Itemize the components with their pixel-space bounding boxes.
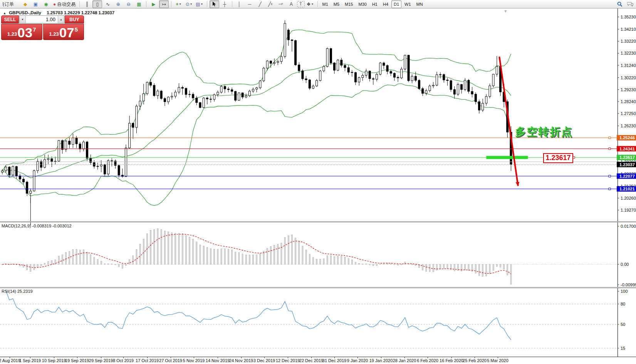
auto-scroll-button[interactable]: ▶	[149, 0, 158, 8]
market-watch-icon[interactable]: ▣	[31, 0, 40, 8]
date-label: 19 Sep 2019	[65, 358, 89, 363]
toolbar-separator	[171, 1, 171, 7]
crosshair-button[interactable]: ┼	[220, 0, 230, 8]
bollinger-middle	[2, 64, 511, 178]
zoom-in-button[interactable]: ⊕	[113, 0, 123, 8]
axis-price-box-label: 1.23617	[619, 155, 635, 160]
chart-title: ▲ GBPUSD-,Daily 1.25703 1.26229 1.22748 …	[3, 10, 114, 15]
date-label: 14 Nov 2019	[206, 358, 230, 363]
chat-button[interactable]	[625, 0, 635, 8]
rsi-axis-label: 15	[621, 346, 625, 351]
chevron-down-icon: ▼	[201, 3, 203, 5]
new-order-button[interactable]: 新订单	[1, 0, 20, 8]
date-axis[interactable]: 2 Aug 20191 Sep 201910 Sep 201919 Sep 20…	[0, 357, 636, 364]
one-click-trading-panel: SELL ▼ 1.00 ▲ BUY 1.23 03 7 1.23 07 5	[1, 15, 84, 40]
sell-price-big: 03	[17, 27, 32, 38]
sell-label: SELL	[4, 17, 16, 22]
equidistant-channel-tool[interactable]: ╱E	[266, 0, 275, 8]
buy-price-pip: 5	[75, 26, 78, 33]
axis-tick-label: 1.29230	[621, 87, 636, 92]
volume-input[interactable]: 1.00	[26, 16, 58, 23]
timeframe-button-M5[interactable]: M5	[331, 0, 342, 8]
timeframe-button-D1[interactable]: D1	[391, 0, 401, 8]
date-label: 10 Sep 2019	[42, 358, 66, 363]
turning-point-annotation[interactable]: 多空转折点	[515, 125, 573, 139]
volume-increase-button[interactable]: ▲	[58, 16, 64, 23]
cursor-button[interactable]	[210, 0, 219, 8]
line-anchor[interactable]	[609, 137, 611, 139]
date-label: 1 Sep 2019	[19, 358, 41, 363]
macd-pane[interactable]: 0.0170070.00-0.00999	[0, 222, 636, 287]
trendline-tool[interactable]: ╱	[255, 0, 265, 8]
trend-arrow[interactable]	[499, 57, 518, 186]
pane-separator[interactable]	[0, 221, 636, 222]
buy-button[interactable]: BUY	[65, 15, 84, 23]
date-label: 17 Oct 2019	[136, 358, 159, 363]
axis-tick-label: 1.33220	[621, 39, 636, 43]
timeframe-button-M30[interactable]: M30	[356, 0, 369, 8]
rsi-pane[interactable]: 100805015	[0, 288, 636, 357]
rsi-indicator-label: RSI(14) 25.2319	[2, 289, 33, 294]
pane-separator[interactable]	[0, 287, 636, 288]
bar-chart-button[interactable]: ║	[82, 0, 92, 8]
timeframe-button-H1[interactable]: H1	[370, 0, 380, 8]
periods-button[interactable]: ⊙▼	[184, 0, 194, 8]
fibonacci-tool[interactable]: ┄F	[276, 0, 286, 8]
tile-windows-button[interactable]: ▦	[134, 0, 144, 8]
indicators-button[interactable]: +▼	[174, 0, 183, 8]
candlestick-chart-button[interactable]: ▯	[92, 0, 102, 8]
timeframe-button-M1[interactable]: M1	[320, 0, 331, 8]
autotrading-button[interactable]: ● 自动交易	[52, 0, 77, 8]
text-tool[interactable]: A	[287, 0, 296, 8]
search-button[interactable]	[615, 0, 624, 8]
templates-button[interactable]: ▤▼	[195, 0, 204, 8]
date-label: 16 Feb 2020	[440, 358, 463, 363]
volume-decrease-button[interactable]: ▼	[20, 16, 26, 23]
toolbar-separator	[79, 1, 80, 7]
axis-tick-label: 1.32230	[621, 51, 636, 55]
sell-price-small: 1.23	[7, 31, 17, 37]
sell-button[interactable]: SELL	[1, 15, 19, 23]
buy-price-box[interactable]: 1.23 07 5	[43, 24, 84, 40]
rsi-axis-label: 80	[621, 302, 625, 306]
price-callout-box[interactable]: 1.23617	[543, 153, 573, 163]
strategy-tester-icon[interactable]: ◉	[41, 0, 51, 8]
timeframe-button-H4[interactable]: H4	[381, 0, 391, 8]
date-label: 24 Nov 2019	[229, 358, 253, 363]
timeframe-button-MN[interactable]: MN	[414, 0, 425, 8]
date-label: 6 Feb 2020	[417, 358, 438, 363]
main-chart-pane[interactable]: 1.352301.342101.332201.322301.312401.302…	[0, 8, 636, 221]
macd-signal-line	[2, 234, 511, 274]
candles-layer	[2, 20, 512, 203]
date-label: 22 Dec 2019	[299, 358, 323, 363]
highlight-rectangle[interactable]	[486, 156, 528, 159]
line-anchor[interactable]	[609, 175, 611, 177]
toolbar-separator	[146, 1, 146, 7]
date-label: 3 Dec 2019	[253, 358, 275, 363]
macd-axis-label: -0.00999	[621, 282, 636, 287]
line-chart-button[interactable]: ∿	[103, 0, 112, 8]
sell-price-box[interactable]: 1.23 03 7	[1, 24, 42, 40]
horizontal-line-tool[interactable]: ─	[245, 0, 255, 8]
text-label-tool[interactable]: T	[297, 1, 305, 7]
cursor-icon	[212, 2, 216, 7]
chart-shift-button[interactable]: ↦	[159, 0, 169, 8]
axis-tick-label: 1.20260	[621, 196, 636, 200]
line-anchor[interactable]	[609, 188, 611, 190]
axis-tick-label: 1.35230	[621, 15, 636, 19]
line-anchor[interactable]	[609, 148, 611, 150]
axis-price-box-label: 1.25246	[619, 135, 635, 140]
arrows-tool[interactable]: ❖▼	[305, 0, 315, 8]
new-order-label: 新订单	[3, 2, 14, 7]
timeframe-button-M15[interactable]: M15	[342, 0, 355, 8]
collapse-triangle-icon[interactable]: ▲	[3, 12, 6, 15]
axis-tick-label: 1.28240	[621, 99, 636, 104]
timeframe-button-W1[interactable]: W1	[402, 0, 413, 8]
date-label: 5 Mar 2020	[487, 358, 508, 363]
vertical-line-tool[interactable]: │	[235, 0, 244, 8]
chart-shift-marker-icon[interactable]: ▼	[503, 9, 508, 13]
date-label: 2 Aug 2019	[0, 358, 20, 363]
metaeditor-icon[interactable]: ◆	[20, 0, 30, 8]
zoom-out-button[interactable]: ⊖	[124, 0, 133, 8]
axis-price-box-label: 1.23037	[619, 162, 635, 167]
